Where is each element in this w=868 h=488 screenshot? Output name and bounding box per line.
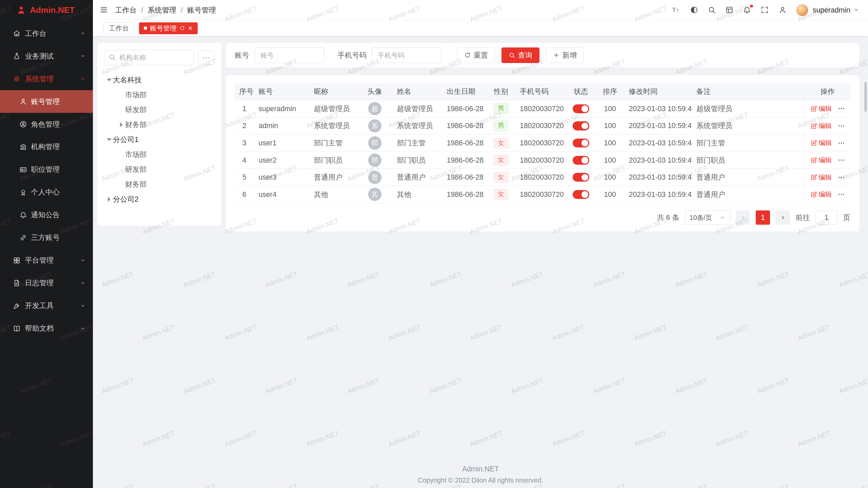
cell-gender: 男 (487, 100, 515, 117)
tree-node-4[interactable]: 分公司1 (104, 132, 215, 147)
phone-input[interactable] (372, 47, 442, 63)
sidebar-subitem-2-4[interactable]: 个人中心 (0, 181, 93, 204)
status-toggle[interactable] (573, 156, 589, 165)
add-button[interactable]: 新增 (546, 47, 584, 63)
user-icon (19, 98, 27, 105)
search-icon (509, 52, 515, 59)
footer-copyright: Copyright © 2022 Dilon All rights reserv… (93, 476, 868, 484)
skin-icon[interactable] (725, 6, 733, 14)
row-more-button[interactable] (837, 105, 845, 113)
home-icon (13, 29, 21, 37)
account-input[interactable] (255, 47, 324, 63)
row-more-button[interactable] (837, 190, 845, 198)
cell-status (566, 117, 596, 135)
bell-icon[interactable] (743, 6, 751, 14)
cell-gender: 女 (487, 169, 515, 186)
caret-right-icon (117, 122, 125, 127)
sidebar-subitem-2-2[interactable]: 机构管理 (0, 136, 93, 158)
tree-node-1[interactable]: 市场部 (104, 87, 215, 102)
status-toggle[interactable] (573, 173, 589, 182)
reset-button[interactable]: 重置 (457, 47, 495, 63)
sidebar-item-4[interactable]: 日志管理 (0, 272, 93, 294)
cell-sort: 100 (596, 186, 625, 203)
edit-button[interactable]: 编辑 (810, 190, 832, 199)
username[interactable]: superadmin (813, 6, 850, 14)
page-size-select[interactable]: 10条/页 (685, 210, 730, 225)
tree-more-button[interactable]: ··· (198, 50, 215, 65)
sidebar-item-6[interactable]: 帮助文档 (0, 317, 93, 340)
status-toggle[interactable] (573, 139, 589, 147)
sidebar-item-3[interactable]: 平台管理 (0, 249, 93, 272)
theme-icon[interactable] (690, 6, 698, 14)
sidebar-item-5[interactable]: 开发工具 (0, 294, 93, 317)
sidebar-subitem-2-6[interactable]: 三方账号 (0, 226, 93, 249)
refresh-icon (464, 52, 471, 59)
tree-node-0[interactable]: 大名科技 (104, 73, 215, 87)
breadcrumb-item-1[interactable]: 系统管理 (147, 5, 176, 15)
avatar[interactable] (796, 4, 808, 16)
sidebar-subitem-2-3[interactable]: 职位管理 (0, 158, 93, 181)
tab-0[interactable]: 工作台 (103, 22, 135, 35)
table-row: 3user1部门主管部部门主管1986-06-28女18020030720100… (235, 135, 850, 152)
row-more-button[interactable] (837, 139, 845, 147)
next-page-button[interactable] (775, 210, 790, 225)
status-toggle[interactable] (573, 190, 589, 199)
tree-node-6[interactable]: 研发部 (104, 162, 215, 177)
cell-birthdate: 1986-06-28 (442, 135, 487, 152)
search-button[interactable]: 查询 (501, 47, 539, 63)
fullscreen-icon[interactable] (761, 6, 769, 14)
sidebar-item-1[interactable]: 业务测试 (0, 45, 93, 67)
search-icon[interactable] (708, 6, 716, 14)
row-more-button[interactable] (837, 122, 845, 130)
edit-button[interactable]: 编辑 (810, 156, 832, 165)
table-header-row: 序号账号昵称头像姓名出生日期性别手机号码状态排序修改时间备注操作 (235, 83, 850, 100)
edit-button[interactable]: 编辑 (810, 121, 832, 130)
cell-gender: 女 (487, 151, 515, 169)
cell-nickname: 部门职员 (310, 151, 357, 169)
sidebar-subitem-2-0[interactable]: 账号管理 (0, 90, 93, 113)
sidebar-subitem-2-5[interactable]: 通知公告 (0, 204, 93, 226)
row-more-button[interactable] (837, 174, 845, 181)
edit-button[interactable]: 编辑 (810, 138, 832, 147)
cell-index: 4 (235, 151, 254, 169)
tree-node-2[interactable]: 研发部 (104, 102, 215, 117)
logo-person-icon (17, 5, 26, 15)
status-toggle[interactable] (573, 121, 589, 130)
sidebar-item-2[interactable]: 系统管理 (0, 67, 93, 90)
goto-page-input[interactable] (815, 210, 837, 225)
gender-tag: 女 (493, 189, 508, 200)
row-avatar: 系 (368, 119, 381, 133)
prev-page-button[interactable] (736, 210, 750, 225)
row-more-button[interactable] (837, 156, 845, 164)
font-size-icon[interactable]: TT (672, 6, 680, 14)
link-icon (19, 234, 27, 242)
breadcrumb-separator: / (141, 6, 143, 14)
page-button-1[interactable]: 1 (756, 210, 770, 225)
breadcrumb-item-2[interactable]: 账号管理 (187, 5, 216, 15)
tree-node-7[interactable]: 财务部 (104, 177, 215, 192)
org-icon (19, 143, 27, 151)
sidebar-subitem-2-1[interactable]: 角色管理 (0, 113, 93, 136)
tab-1[interactable]: 账号管理 (139, 22, 198, 35)
tree-node-8[interactable]: 分公司2 (104, 192, 215, 207)
edit-button[interactable]: 编辑 (810, 104, 832, 113)
cell-actions: 编辑 (805, 169, 850, 186)
scrollbar-thumb[interactable] (864, 82, 867, 112)
org-search-input[interactable] (104, 50, 194, 65)
sidebar-item-0[interactable]: 工作台 (0, 22, 93, 45)
tree-node-5[interactable]: 市场部 (104, 147, 215, 162)
status-toggle[interactable] (573, 104, 589, 113)
edit-button[interactable]: 编辑 (810, 173, 832, 182)
tab-close-icon[interactable] (188, 25, 193, 31)
chevron-down-icon (80, 31, 85, 36)
cell-name: 部门职员 (392, 151, 442, 169)
tab-refresh-icon[interactable] (179, 25, 185, 31)
user-icon[interactable] (778, 6, 787, 14)
breadcrumb-item-0[interactable]: 工作台 (115, 5, 137, 15)
accounts-table: 序号账号昵称头像姓名出生日期性别手机号码状态排序修改时间备注操作 1supera… (235, 83, 850, 203)
cell-name: 系统管理员 (392, 117, 442, 135)
hamburger-menu-icon[interactable] (100, 6, 108, 14)
tree-node-3[interactable]: 财务部 (104, 117, 215, 132)
footer-title: Admin.NET (93, 465, 868, 473)
gender-tag: 女 (493, 172, 508, 183)
